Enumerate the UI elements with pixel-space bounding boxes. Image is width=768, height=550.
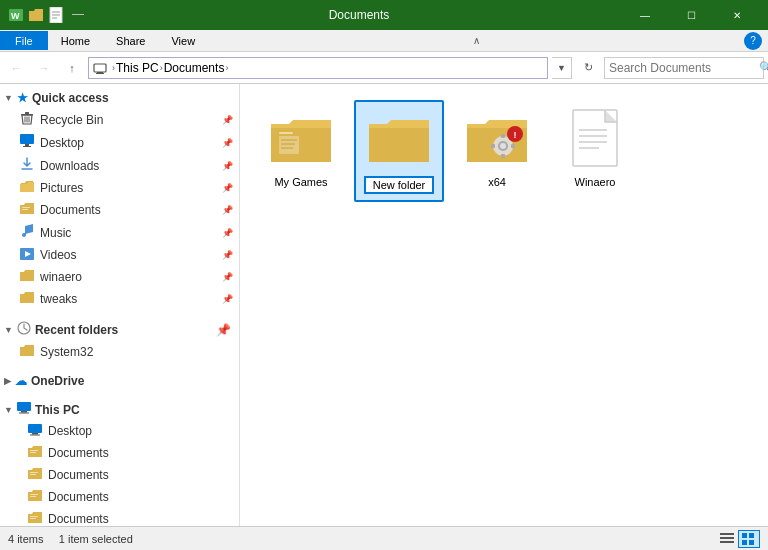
- sidebar-item-pictures[interactable]: Pictures 📌: [0, 177, 239, 199]
- pin-icon: 📌: [222, 228, 233, 238]
- forward-button[interactable]: →: [32, 56, 56, 80]
- sidebar-item-system32[interactable]: System32: [0, 341, 239, 363]
- file-item-my-games[interactable]: My Games: [256, 100, 346, 202]
- content-area: My Games New folder: [240, 84, 768, 526]
- sidebar-item-this-pc-documents-1[interactable]: Documents: [0, 442, 239, 464]
- file-item-winaero[interactable]: Winaero: [550, 100, 640, 202]
- maximize-button[interactable]: ☐: [668, 0, 714, 30]
- this-pc-docs-icon-4: [28, 511, 42, 526]
- svg-rect-28: [32, 433, 38, 435]
- onedrive-label: OneDrive: [31, 374, 84, 388]
- quick-access-arrow: ▼: [4, 93, 13, 103]
- svg-rect-15: [20, 134, 34, 144]
- svg-rect-62: [742, 533, 747, 538]
- ribbon-expand-icon[interactable]: ∧: [467, 33, 486, 48]
- recent-folders-header[interactable]: ▼ Recent folders 📌: [0, 318, 239, 341]
- svg-rect-33: [30, 474, 36, 475]
- new-folder-name-input[interactable]: New folder: [364, 176, 434, 194]
- title-bar: W — Documents — ☐ ✕: [0, 0, 768, 30]
- refresh-button[interactable]: ↻: [576, 57, 600, 79]
- tab-view[interactable]: View: [158, 31, 208, 50]
- system32-label: System32: [40, 345, 93, 359]
- system32-icon: [20, 344, 34, 360]
- svg-rect-64: [742, 540, 747, 545]
- search-input[interactable]: [609, 61, 759, 75]
- pin-icon: 📌: [222, 294, 233, 304]
- sidebar-item-this-pc-documents-3[interactable]: Documents: [0, 486, 239, 508]
- this-pc-docs-icon-1: [28, 445, 42, 461]
- desktop-label: Desktop: [40, 136, 231, 150]
- sidebar-item-tweaks[interactable]: tweaks 📌: [0, 288, 239, 310]
- desktop-icon: [20, 134, 34, 151]
- this-pc-documents-label-2: Documents: [48, 468, 109, 482]
- new-folder-icon: [367, 108, 431, 172]
- this-pc-desktop-icon: [28, 423, 42, 439]
- documents-folder-icon: [20, 202, 34, 218]
- this-pc-header[interactable]: ▼ This PC: [0, 399, 239, 420]
- sidebar: ▼ ★ Quick access Recycle Bin: [0, 84, 240, 526]
- documents-label: Documents: [40, 203, 231, 217]
- this-pc-arrow: ▼: [4, 405, 13, 415]
- large-icons-view-button[interactable]: [738, 530, 760, 548]
- recent-folders-pin-icon: 📌: [216, 323, 231, 337]
- tab-home[interactable]: Home: [48, 31, 103, 50]
- app-icon-doc: [48, 7, 64, 23]
- svg-rect-48: [501, 134, 505, 138]
- quick-access-header[interactable]: ▼ ★ Quick access: [0, 88, 239, 108]
- sidebar-item-documents[interactable]: Documents 📌: [0, 199, 239, 221]
- ribbon: File Home Share View ∧ ?: [0, 30, 768, 52]
- pin-icon: 📌: [222, 272, 233, 282]
- sidebar-item-desktop[interactable]: Desktop 📌: [0, 131, 239, 154]
- breadcrumb-sep2: ›: [160, 63, 163, 73]
- svg-point-47: [500, 143, 506, 149]
- recent-folders-icon: [17, 321, 31, 338]
- sidebar-item-this-pc-documents-2[interactable]: Documents: [0, 464, 239, 486]
- close-button[interactable]: ✕: [714, 0, 760, 30]
- view-toggle: [716, 530, 760, 548]
- downloads-icon: [20, 157, 34, 174]
- svg-rect-20: [22, 209, 28, 210]
- sidebar-item-this-pc-desktop[interactable]: Desktop: [0, 420, 239, 442]
- file-item-new-folder[interactable]: New folder: [354, 100, 444, 202]
- svg-rect-30: [30, 450, 38, 451]
- search-icon[interactable]: 🔍: [759, 61, 768, 74]
- help-button[interactable]: ?: [744, 32, 762, 50]
- file-item-x64[interactable]: ! x64: [452, 100, 542, 202]
- sidebar-item-videos[interactable]: Videos 📌: [0, 244, 239, 266]
- this-pc-icon: [93, 61, 107, 75]
- this-pc-docs-icon-3: [28, 489, 42, 505]
- status-bar: 4 items 1 item selected: [0, 526, 768, 550]
- breadcrumb-thispc[interactable]: This PC: [116, 61, 159, 75]
- quick-access-label: Quick access: [32, 91, 109, 105]
- onedrive-section: ▶ ☁ OneDrive: [0, 367, 239, 395]
- svg-rect-17: [23, 146, 31, 147]
- sidebar-item-downloads[interactable]: Downloads 📌: [0, 154, 239, 177]
- tab-share[interactable]: Share: [103, 31, 158, 50]
- sidebar-item-recycle-bin[interactable]: Recycle Bin 📌: [0, 108, 239, 131]
- tab-file[interactable]: File: [0, 31, 48, 50]
- back-button[interactable]: ←: [4, 56, 28, 80]
- my-games-label: My Games: [274, 176, 327, 188]
- breadcrumb-sep1: ›: [112, 63, 115, 73]
- winaero-label: winaero: [40, 270, 231, 284]
- sidebar-item-winaero[interactable]: winaero 📌: [0, 266, 239, 288]
- sidebar-item-music[interactable]: Music 📌: [0, 221, 239, 244]
- onedrive-header[interactable]: ▶ ☁ OneDrive: [0, 371, 239, 391]
- winaero-file-icon: [563, 108, 627, 172]
- sidebar-item-this-pc-documents-4[interactable]: Documents: [0, 508, 239, 526]
- breadcrumb-documents[interactable]: Documents: [164, 61, 225, 75]
- this-pc-documents-label-3: Documents: [48, 490, 109, 504]
- svg-rect-11: [25, 112, 29, 114]
- winaero-file-label: Winaero: [575, 176, 616, 188]
- address-dropdown-button[interactable]: ▼: [552, 57, 572, 79]
- this-pc-desktop-label: Desktop: [48, 424, 92, 438]
- svg-rect-50: [491, 144, 495, 148]
- breadcrumb-sep3: ›: [225, 63, 228, 73]
- recent-folders-label: Recent folders: [35, 323, 118, 337]
- search-box: 🔍: [604, 57, 764, 79]
- up-button[interactable]: ↑: [60, 56, 84, 80]
- pin-icon: 📌: [222, 115, 233, 125]
- details-view-button[interactable]: [716, 530, 738, 548]
- minimize-button[interactable]: —: [622, 0, 668, 30]
- svg-text:!: !: [514, 130, 517, 140]
